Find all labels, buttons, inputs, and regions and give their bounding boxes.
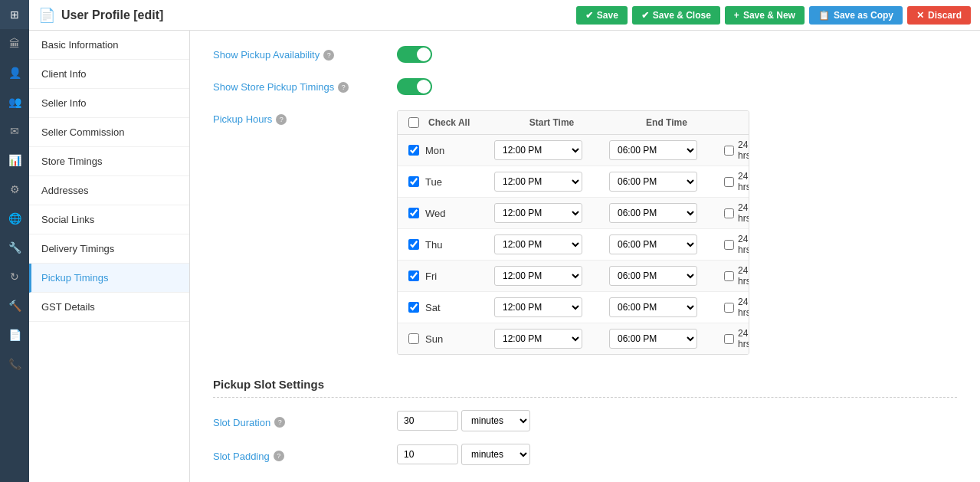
save-copy-button[interactable]: 📋 Save as Copy (809, 6, 903, 25)
day-checkbox-sat[interactable] (408, 302, 419, 313)
save-button[interactable]: ✔ Save (576, 6, 628, 25)
day-label-thu: Thu (425, 239, 494, 251)
pickup-row-sun: Sun 12:00 PM 01:00 AM 06:00 AM 09:00 AM … (398, 323, 749, 354)
nav-item-seller-commission[interactable]: Seller Commission (29, 118, 189, 147)
icon-users[interactable]: 👥 (0, 87, 29, 116)
start-time-select-sat[interactable]: 12:00 PM 01:00 AM 06:00 AM 09:00 AM (494, 297, 582, 317)
discard-button[interactable]: ✕ Discard (907, 6, 971, 25)
show-store-help-icon[interactable]: ? (338, 82, 349, 93)
icon-grid[interactable]: ⊞ (0, 0, 29, 29)
start-time-wrapper-tue: 12:00 PM 01:00 AM 06:00 AM 09:00 AM (494, 172, 609, 192)
slot-duration-unit-select[interactable]: minutes hours (461, 410, 530, 431)
slot-padding-label: Slot Padding ? (213, 448, 382, 462)
slot-padding-input[interactable] (397, 444, 458, 464)
hrs24-checkbox-wed[interactable] (724, 208, 734, 218)
icon-file[interactable]: 📄 (0, 320, 29, 349)
hrs24-checkbox-sat[interactable] (724, 303, 734, 313)
slot-duration-help-icon[interactable]: ? (274, 417, 285, 428)
start-time-wrapper-sun: 12:00 PM 01:00 AM 06:00 AM 09:00 AM (494, 329, 609, 349)
slot-padding-unit-select[interactable]: minutes hours (461, 444, 530, 465)
end-time-select-thu[interactable]: 06:00 PM 09:00 PM 10:00 PM 11:59 PM (609, 234, 697, 254)
icon-settings[interactable]: ⚙ (0, 175, 29, 204)
day-label-sat: Sat (425, 302, 494, 313)
start-time-select-fri[interactable]: 12:00 PM 01:00 AM 06:00 AM 09:00 AM (494, 266, 582, 286)
nav-item-client-info[interactable]: Client Info (29, 60, 189, 89)
pickup-row-tue: Tue 12:00 PM 01:00 AM 06:00 AM 09:00 AM … (398, 166, 749, 198)
end-time-select-fri[interactable]: 06:00 PM 09:00 PM 10:00 PM 11:59 PM (609, 266, 697, 286)
show-pickup-help-icon[interactable]: ? (323, 50, 334, 61)
nav-item-delivery-timings[interactable]: Delivery Timings (29, 234, 189, 264)
check-all-checkbox[interactable] (408, 117, 419, 128)
slot-duration-label: Slot Duration ? (213, 414, 382, 428)
slot-duration-input[interactable] (397, 411, 458, 431)
icon-tools[interactable]: 🔧 (0, 233, 29, 262)
hrs24-checkbox-mon[interactable] (724, 146, 734, 156)
slot-padding-field: Slot Padding ? minutes hours (213, 444, 957, 465)
save-close-button[interactable]: ✔ Save & Close (632, 6, 720, 25)
hrs24-checkbox-sun[interactable] (724, 334, 734, 344)
doc-icon: 📄 (38, 7, 55, 24)
pickup-hours-table: Check All Start Time End Time Mon 12:00 … (397, 110, 749, 355)
day-checkbox-mon[interactable] (408, 145, 419, 156)
start-time-select-mon[interactable]: 12:00 PM 01:00 AM 06:00 AM 09:00 AM (494, 140, 582, 160)
start-time-select-sun[interactable]: 12:00 PM 01:00 AM 06:00 AM 09:00 AM (494, 329, 582, 349)
hrs-wrapper-tue: 24 hrs (724, 171, 749, 192)
day-checkbox-wed[interactable] (408, 208, 419, 218)
icon-sidebar: ⊞ 🏛 👤 👥 ✉ 📊 ⚙ 🌐 🔧 ↻ 🔨 📄 📞 (0, 0, 29, 482)
show-store-field: Show Store Pickup Timings ? (213, 78, 957, 95)
pickup-hours-help-icon[interactable]: ? (276, 114, 287, 125)
day-label-mon: Mon (425, 145, 494, 156)
pickup-row-wed: Wed 12:00 PM 01:00 AM 06:00 AM 09:00 AM … (398, 198, 749, 229)
nav-item-pickup-timings[interactable]: Pickup Timings (29, 264, 189, 293)
main-wrapper: 📄 User Profile [edit] ✔ Save ✔ Save & Cl… (29, 0, 980, 482)
end-time-wrapper-wed: 06:00 PM 09:00 PM 10:00 PM 11:59 PM (609, 203, 724, 223)
icon-phone[interactable]: 📞 (0, 349, 29, 379)
end-time-select-sat[interactable]: 06:00 PM 09:00 PM 10:00 PM 11:59 PM (609, 297, 697, 317)
nav-item-store-timings[interactable]: Store Timings (29, 147, 189, 176)
end-time-wrapper-sun: 06:00 PM 09:00 PM 10:00 PM 11:59 PM (609, 329, 724, 349)
end-time-select-mon[interactable]: 06:00 PM 09:00 PM 10:00 PM 11:59 PM (609, 140, 697, 160)
icon-globe[interactable]: 🌐 (0, 204, 29, 233)
discard-label: Discard (928, 10, 962, 21)
nav-item-basic-information[interactable]: Basic Information (29, 31, 189, 60)
nav-item-social-links[interactable]: Social Links (29, 205, 189, 234)
end-time-wrapper-mon: 06:00 PM 09:00 PM 10:00 PM 11:59 PM (609, 140, 724, 160)
save-label: Save (597, 10, 618, 21)
icon-store[interactable]: 🏛 (0, 29, 29, 58)
page-title: 📄 User Profile [edit] (38, 7, 163, 24)
col-end-time: End Time (609, 117, 724, 128)
day-checkbox-thu[interactable] (408, 239, 419, 250)
start-time-select-wed[interactable]: 12:00 PM 01:00 AM 06:00 AM 09:00 AM (494, 203, 582, 223)
end-time-select-sun[interactable]: 06:00 PM 09:00 PM 10:00 PM 11:59 PM (609, 329, 697, 349)
hrs24-label-sun: 24 hrs (738, 328, 749, 349)
slot-padding-input-wrapper: minutes hours (397, 444, 530, 465)
end-time-select-tue[interactable]: 06:00 PM 09:00 PM 10:00 PM 11:59 PM (609, 172, 697, 192)
hrs-wrapper-sat: 24 hrs (724, 297, 749, 318)
icon-user[interactable]: 👤 (0, 58, 29, 87)
hrs24-checkbox-thu[interactable] (724, 240, 734, 250)
nav-item-addresses[interactable]: Addresses (29, 176, 189, 205)
day-label-sun: Sun (425, 333, 494, 345)
day-checkbox-sun[interactable] (408, 333, 419, 344)
start-time-wrapper-fri: 12:00 PM 01:00 AM 06:00 AM 09:00 AM (494, 266, 609, 286)
end-time-wrapper-thu: 06:00 PM 09:00 PM 10:00 PM 11:59 PM (609, 234, 724, 254)
slot-padding-help-icon[interactable]: ? (274, 451, 284, 461)
hrs24-checkbox-fri[interactable] (724, 271, 734, 281)
hrs-wrapper-mon: 24 hrs Copy to All (724, 139, 749, 161)
day-checkbox-tue[interactable] (408, 176, 419, 187)
icon-wrench[interactable]: 🔨 (0, 291, 29, 320)
discard-icon: ✕ (916, 10, 924, 21)
day-checkbox-fri[interactable] (408, 271, 419, 281)
show-pickup-toggle[interactable] (397, 46, 432, 63)
nav-item-seller-info[interactable]: Seller Info (29, 89, 189, 118)
start-time-select-tue[interactable]: 12:00 PM 01:00 AM 06:00 AM 09:00 AM (494, 172, 582, 192)
save-new-button[interactable]: + Save & New (725, 6, 805, 25)
icon-mail[interactable]: ✉ (0, 116, 29, 146)
start-time-select-thu[interactable]: 12:00 PM 01:00 AM 06:00 AM 09:00 AM (494, 234, 582, 254)
icon-chart[interactable]: 📊 (0, 146, 29, 175)
hrs24-checkbox-tue[interactable] (724, 177, 734, 187)
icon-refresh[interactable]: ↻ (0, 262, 29, 291)
end-time-select-wed[interactable]: 06:00 PM 09:00 PM 10:00 PM 11:59 PM (609, 203, 697, 223)
show-store-toggle[interactable] (397, 78, 432, 95)
nav-item-gst-details[interactable]: GST Details (29, 293, 189, 322)
